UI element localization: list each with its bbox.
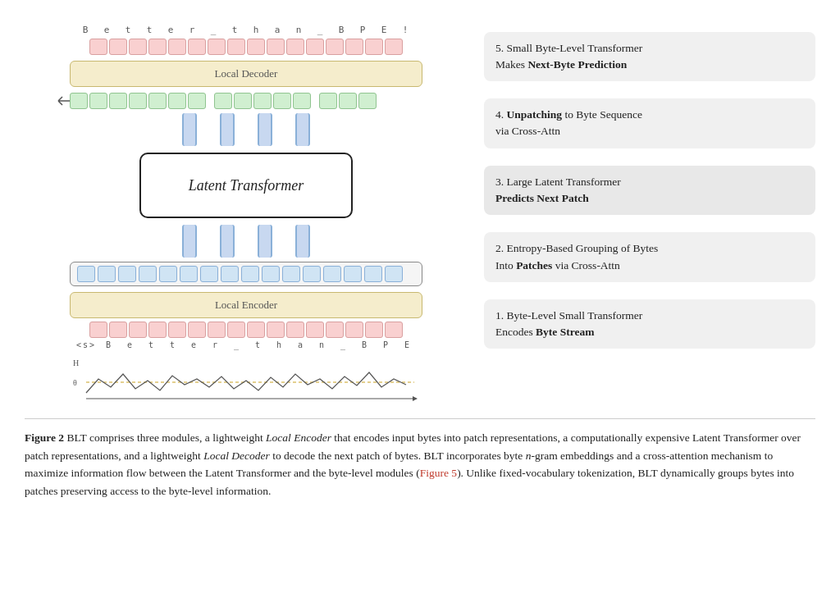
token-block xyxy=(303,266,321,282)
connector xyxy=(258,225,272,258)
token-block xyxy=(344,266,362,282)
figure5-link[interactable]: Figure 5 xyxy=(420,467,457,479)
label-5-text: 5. Small Byte-Level TransformerMakes Nex… xyxy=(495,42,642,71)
token-block xyxy=(306,39,324,55)
token-block xyxy=(385,39,403,55)
local-encoder-bar: Local Encoder xyxy=(70,292,422,318)
token-block xyxy=(267,322,285,338)
label-2-text: 2. Entropy-Based Grouping of BytesInto P… xyxy=(495,242,658,271)
latent-transformer-label: Latent Transformer xyxy=(189,177,304,194)
connector xyxy=(182,225,197,258)
token-block xyxy=(70,93,88,109)
svg-text:θ: θ xyxy=(73,378,77,387)
token-block xyxy=(109,93,127,109)
token-block xyxy=(89,322,107,338)
token-block xyxy=(214,93,232,109)
token-block xyxy=(385,266,403,282)
token-block xyxy=(247,39,265,55)
connector xyxy=(182,113,197,146)
token-block xyxy=(148,322,167,338)
label-item-3: 3. Large Latent TransformerPredicts Next… xyxy=(484,166,815,216)
token-block xyxy=(129,39,147,55)
token-block xyxy=(358,93,377,109)
label-item-4: 4. Unpatching to Byte Sequencevia Cross-… xyxy=(484,98,815,148)
token-block xyxy=(208,39,226,55)
top-token-row xyxy=(89,39,403,55)
local-decoder-bar: Local Decoder xyxy=(70,61,422,87)
token-block xyxy=(319,93,337,109)
top-connectors xyxy=(182,113,310,146)
label-3-text: 3. Large Latent TransformerPredicts Next… xyxy=(495,176,621,204)
local-encoder-label: Local Encoder xyxy=(215,299,277,312)
token-block xyxy=(282,266,300,282)
figure-caption: Figure 2 BLT comprises three modules, a … xyxy=(25,418,815,500)
connector xyxy=(295,225,310,258)
token-block xyxy=(293,93,311,109)
token-block xyxy=(241,266,259,282)
token-block xyxy=(306,322,324,338)
token-block xyxy=(129,93,147,109)
label-item-2: 2. Entropy-Based Grouping of BytesInto P… xyxy=(484,232,815,282)
connector xyxy=(258,113,272,146)
entropy-chart-svg: H θ xyxy=(70,356,422,405)
left-arrow xyxy=(55,95,70,107)
token-block xyxy=(253,93,272,109)
token-block xyxy=(180,266,198,282)
token-block xyxy=(77,266,95,282)
top-char-row: B e t t e r _ t h a n _ B P E ! xyxy=(75,25,417,35)
token-block xyxy=(208,322,226,338)
green-token-row xyxy=(70,93,422,109)
token-block xyxy=(109,322,127,338)
local-decoder-label: Local Decoder xyxy=(215,67,278,80)
token-block xyxy=(168,322,186,338)
token-block xyxy=(188,39,206,55)
figure-area: B e t t e r _ t h a n _ B P E ! xyxy=(25,16,815,405)
token-block xyxy=(234,93,252,109)
token-block xyxy=(168,39,186,55)
token-block xyxy=(227,39,245,55)
token-block xyxy=(98,266,116,282)
labels-panel: 5. Small Byte-Level TransformerMakes Nex… xyxy=(468,16,815,405)
label-item-1: 1. Byte-Level Small TransformerEncodes B… xyxy=(484,299,815,349)
token-block xyxy=(385,322,403,338)
label-4-text: 4. Unpatching to Byte Sequencevia Cross-… xyxy=(495,108,642,137)
token-block xyxy=(326,322,344,338)
token-block xyxy=(148,39,167,55)
bottom-char-row: <s> B e t t e r _ t h a n _ B P E xyxy=(74,340,418,349)
entropy-chart: H θ xyxy=(70,356,422,405)
token-block xyxy=(365,322,383,338)
token-block xyxy=(339,93,357,109)
label-item-5: 5. Small Byte-Level TransformerMakes Nex… xyxy=(484,32,815,82)
token-block xyxy=(323,266,341,282)
bottom-token-row xyxy=(89,322,403,338)
token-block xyxy=(118,266,136,282)
token-block xyxy=(221,266,239,282)
token-block xyxy=(148,93,167,109)
token-block xyxy=(109,39,127,55)
bottom-connectors xyxy=(182,225,310,258)
label-1-text: 1. Byte-Level Small TransformerEncodes B… xyxy=(495,309,642,338)
token-block xyxy=(188,93,206,109)
connector xyxy=(295,113,310,146)
caption-text: BLT comprises three modules, a lightweig… xyxy=(25,431,801,497)
token-block xyxy=(139,266,157,282)
token-block xyxy=(262,266,280,282)
caption-label: Figure 2 xyxy=(25,431,64,444)
main-container: B e t t e r _ t h a n _ B P E ! xyxy=(0,0,840,516)
token-block xyxy=(129,322,147,338)
token-block xyxy=(159,266,177,282)
diagram: B e t t e r _ t h a n _ B P E ! xyxy=(25,16,468,405)
token-block xyxy=(227,322,245,338)
token-block xyxy=(267,39,285,55)
latent-transformer-box: Latent Transformer xyxy=(139,153,353,218)
svg-text:H: H xyxy=(73,358,79,367)
connector xyxy=(220,113,235,146)
token-block xyxy=(364,266,382,282)
token-block xyxy=(200,266,218,282)
token-block xyxy=(247,322,265,338)
token-block xyxy=(345,322,363,338)
token-block xyxy=(273,93,291,109)
token-block xyxy=(188,322,206,338)
token-block xyxy=(345,39,363,55)
svg-marker-4 xyxy=(413,396,418,401)
